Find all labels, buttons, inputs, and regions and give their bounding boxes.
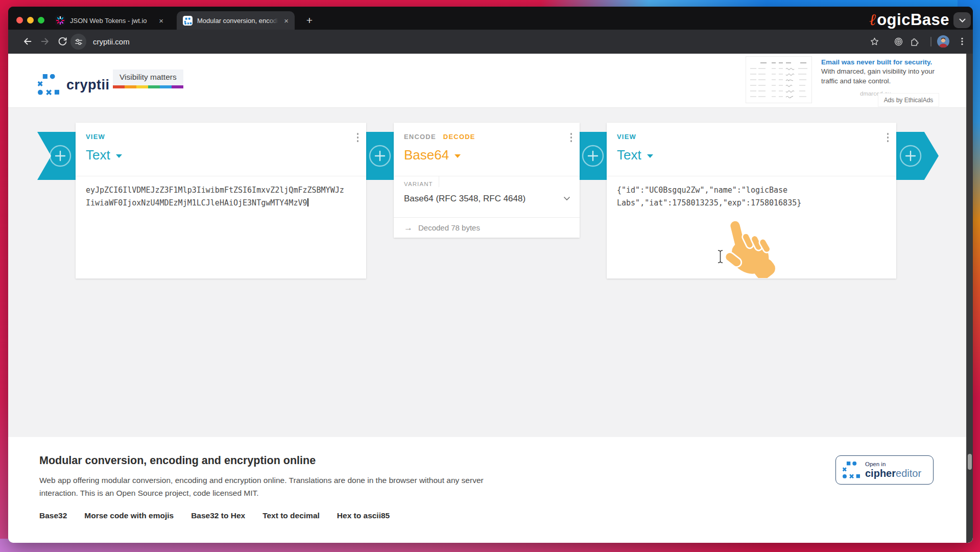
window-controls [16, 17, 44, 24]
open-in-label: Open in [865, 461, 921, 467]
brick-menu-button[interactable] [570, 133, 572, 142]
reload-icon [57, 36, 68, 47]
ciphereditor-icon [843, 462, 860, 479]
dropdown-caret-icon [647, 154, 653, 158]
footer-link-base32[interactable]: Base32 [39, 511, 67, 520]
brick-kind-label: VIEW [617, 133, 886, 141]
variant-value[interactable]: Base64 (RFC 3548, RFC 4648) [404, 194, 525, 204]
add-brick-button[interactable] [582, 145, 604, 167]
brick-header: VIEW Text [607, 123, 896, 176]
watermark-lead: ℓ [869, 10, 877, 29]
variant-notch-divider [439, 176, 439, 187]
logicbase-watermark: ℓogicBase [869, 10, 949, 29]
format-selector[interactable]: Text [86, 147, 356, 163]
format-selector[interactable]: Text [617, 147, 886, 163]
footer-links: Base32 Morse code with emojis Base32 to … [39, 511, 390, 520]
cryptii-favicon [183, 16, 193, 26]
open-in-ciphereditor-button[interactable]: Open in ciphereditor [835, 455, 934, 485]
profile-avatar[interactable] [937, 35, 949, 48]
footer-heading: Modular conversion, encoding and encrypt… [39, 454, 316, 467]
tab-cryptii-active[interactable]: Modular conversion, encodin × [177, 11, 295, 30]
jwt-favicon [55, 15, 65, 26]
site-info-button[interactable] [70, 34, 86, 50]
method-selected: Base64 [404, 147, 449, 163]
encoder-brick: ENCODEDECODE Base64 VARIANT Base64 (RFC … [394, 123, 580, 238]
brick-header: VIEW Text [76, 123, 366, 176]
reload-button[interactable] [56, 35, 68, 48]
variant-label: VARIANT [404, 181, 433, 187]
footer-description: Web app offering modular conversion, enc… [39, 474, 509, 499]
scrollbar-thumb[interactable] [968, 454, 972, 470]
text-content-area[interactable]: eyJpZCI6IlVDMEJzZ3F1Mlp3IiwibmFtZSI6Imxv… [76, 176, 366, 217]
encode-decode-toggle: ENCODEDECODE [404, 133, 569, 141]
browser-toolbar: cryptii.com [8, 30, 973, 54]
cryptii-logo-icon [38, 74, 59, 96]
chevron-down-icon [563, 196, 570, 201]
ad-network-label[interactable]: Ads by EthicalAds [878, 94, 939, 106]
ad-headline[interactable]: Email was never built for security. [821, 58, 939, 67]
new-tab-button[interactable]: + [302, 13, 317, 28]
watermark-rest: ogicBase [877, 11, 949, 29]
arrow-right-icon: → [404, 223, 413, 233]
avatar-image [937, 35, 949, 48]
dropdown-caret-icon [116, 154, 122, 158]
watermark-chevron-button[interactable] [953, 12, 971, 28]
ad-table-image [746, 57, 811, 103]
window-zoom-button[interactable] [38, 17, 44, 24]
brick-menu-button[interactable] [887, 133, 889, 142]
footer-link-morse-emojis[interactable]: Morse code with emojis [84, 511, 174, 520]
wordmark-bold: cipher [865, 468, 896, 479]
browser-window: JSON Web Tokens - jwt.io × Modular conve… [8, 7, 973, 543]
add-brick-button[interactable] [369, 145, 391, 167]
kebab-menu-icon [958, 37, 967, 46]
extensions-button[interactable] [908, 35, 920, 48]
tab-close-icon[interactable]: × [283, 17, 290, 25]
format-selected: Text [617, 147, 641, 163]
content-line: Labs","iat":1758013235,"exp":1758016835} [617, 197, 886, 210]
window-close-button[interactable] [16, 17, 23, 24]
view-brick-left: VIEW Text eyJpZCI6IlVDMEJzZ3F1Mlp3Iiwibm… [76, 123, 366, 279]
content-line: eyJpZCI6IlVDMEJzZ3F1Mlp3IiwibmFtZSI6Imxv… [86, 184, 356, 197]
brick-menu-button[interactable] [357, 133, 359, 142]
browser-menu-button[interactable] [956, 35, 968, 48]
content-line: {"id":"UC0Bsgqu2Zw","name":"logicBase [617, 184, 886, 197]
site-info-tune-icon [75, 38, 83, 46]
text-cursor [307, 198, 308, 206]
back-icon [22, 36, 33, 47]
window-minimize-button[interactable] [27, 17, 34, 24]
address-bar-url[interactable]: cryptii.com [93, 30, 130, 54]
back-button[interactable] [21, 35, 34, 48]
wordmark-light: editor [896, 468, 921, 479]
ad-copy[interactable]: Email was never built for security. With… [821, 58, 939, 86]
footer-link-base32-to-hex[interactable]: Base32 to Hex [191, 511, 245, 520]
ad-body-line2: traffic and take control. [821, 77, 939, 86]
tab-jwt-io[interactable]: JSON Web Tokens - jwt.io × [49, 11, 170, 30]
content-line: IiwiaWF0IjoxNzU4MDEzMjM1LCJleHAiOjE3NTgw… [86, 197, 356, 210]
decode-tab[interactable]: DECODE [443, 133, 475, 141]
cryptii-logo[interactable]: cryptii [38, 74, 110, 96]
extension-target-button[interactable] [892, 35, 904, 48]
concentric-circles-icon [893, 36, 904, 47]
add-brick-button[interactable] [899, 145, 922, 167]
tagline-text: Visibility matters [113, 70, 183, 85]
text-content-area[interactable]: {"id":"UC0Bsgqu2Zw","name":"logicBase La… [607, 176, 896, 217]
footer-link-hex-to-ascii85[interactable]: Hex to ascii85 [337, 511, 390, 520]
tab-title: JSON Web Tokens - jwt.io [70, 17, 153, 25]
variant-field[interactable]: VARIANT Base64 (RFC 3548, RFC 4648) [394, 176, 580, 217]
tab-close-icon[interactable]: × [158, 17, 164, 25]
forward-button[interactable] [39, 35, 51, 48]
page-scrollbar[interactable] [966, 54, 973, 543]
ciphereditor-wordmark: ciphereditor [865, 468, 921, 479]
status-row: → Decoded 78 bytes [394, 217, 580, 238]
ad-thumbnail[interactable] [746, 56, 812, 103]
forward-icon [39, 36, 51, 47]
brand-wordmark: cryptii [66, 77, 110, 93]
pointing-hand-cursor [720, 221, 780, 278]
star-icon [869, 36, 880, 47]
tagline-block: Visibility matters [113, 70, 183, 88]
footer-link-text-to-decimal[interactable]: Text to decimal [262, 511, 320, 520]
method-selector[interactable]: Base64 [404, 147, 569, 163]
add-brick-button[interactable] [49, 145, 71, 167]
bookmark-button[interactable] [868, 35, 880, 48]
encode-tab[interactable]: ENCODE [404, 133, 436, 141]
